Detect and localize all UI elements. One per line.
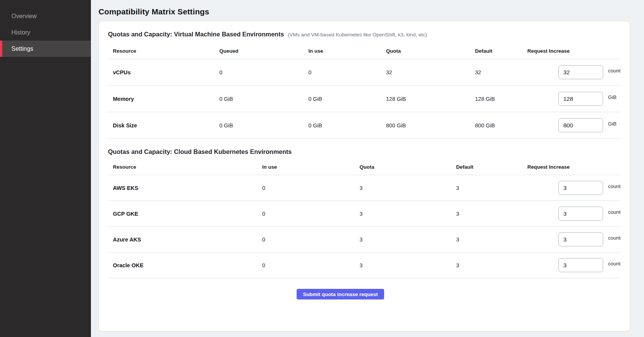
default-value: 32 xyxy=(470,69,558,75)
column-header-quota: Quota xyxy=(355,164,451,170)
sidebar-item-overview[interactable]: Overview xyxy=(0,8,91,24)
resource-name: GCP GKE xyxy=(108,211,257,217)
column-header-queued: Queued xyxy=(214,48,303,54)
unit-label: count xyxy=(608,235,621,241)
request-increase-input-oracle-oke[interactable] xyxy=(558,258,603,272)
vm-section-subtitle: (VMs and VM-based Kubernetes like OpenSh… xyxy=(288,32,427,38)
default-value: 128 GiB xyxy=(470,96,558,102)
request-increase-input-azure-aks[interactable] xyxy=(558,232,603,246)
table-row-vcpus: vCPUs 0 0 32 32 count xyxy=(108,59,621,86)
default-value: 3 xyxy=(451,185,558,191)
column-header-request-increase: Request Increase xyxy=(522,164,585,170)
default-value: 3 xyxy=(451,237,558,243)
column-header-quota: Quota xyxy=(381,48,470,54)
quota-value: 3 xyxy=(355,237,451,243)
queued-value: 0 GiB xyxy=(214,96,303,102)
in-use-value: 0 xyxy=(257,211,355,217)
queued-value: 0 GiB xyxy=(214,122,303,129)
table-row-aws-eks: AWS EKS 0 3 3 count xyxy=(108,175,621,201)
vm-section-header: Quotas and Capacity: Virtual Machine Bas… xyxy=(108,31,621,38)
resource-name: Disk Size xyxy=(108,122,214,129)
request-increase-input-memory[interactable] xyxy=(558,92,603,106)
resource-name: vCPUs xyxy=(108,69,214,75)
column-header-resource: Resource xyxy=(108,48,214,54)
cloud-table-header: Resource In use Quota Default Request In… xyxy=(108,159,621,175)
vm-table-header: Resource Queued In use Quota Default Req… xyxy=(108,43,621,59)
cloud-section-header: Quotas and Capacity: Cloud Based Kuberne… xyxy=(108,148,621,155)
quota-value: 3 xyxy=(355,185,451,191)
unit-label: count xyxy=(608,209,621,215)
unit-label: count xyxy=(608,183,621,189)
unit-label: count xyxy=(608,261,621,266)
in-use-value: 0 xyxy=(257,262,355,268)
default-value: 800 GiB xyxy=(470,122,558,129)
settings-card: Quotas and Capacity: Virtual Machine Bas… xyxy=(98,21,630,331)
table-row-oracle-oke: Oracle OKE 0 3 3 count xyxy=(108,252,621,278)
button-row: Submit quota increase request xyxy=(108,289,621,299)
sidebar-item-label: History xyxy=(11,29,30,36)
in-use-value: 0 xyxy=(257,237,355,243)
sidebar: Overview History Settings xyxy=(0,0,91,337)
in-use-value: 0 GiB xyxy=(303,122,381,129)
in-use-value: 0 xyxy=(257,185,355,191)
column-header-in-use: In use xyxy=(303,48,381,54)
request-increase-input-aws-eks[interactable] xyxy=(558,181,603,195)
unit-label: count xyxy=(608,68,621,74)
table-row-azure-aks: Azure AKS 0 3 3 count xyxy=(108,227,621,252)
column-header-in-use: In use xyxy=(257,164,355,170)
table-row-gcp-gke: GCP GKE 0 3 3 count xyxy=(108,201,621,227)
quota-value: 800 GiB xyxy=(381,122,470,129)
sidebar-item-settings[interactable]: Settings xyxy=(0,41,91,57)
column-header-resource: Resource xyxy=(108,164,257,170)
resource-name: Azure AKS xyxy=(108,237,257,243)
quota-value: 128 GiB xyxy=(381,96,470,102)
sidebar-item-history[interactable]: History xyxy=(0,24,91,41)
request-increase-input-disk-size[interactable] xyxy=(558,118,603,132)
unit-label: GiB xyxy=(608,94,617,100)
page-title: Compatibility Matrix Settings xyxy=(98,7,630,16)
quota-value: 32 xyxy=(381,69,470,75)
quota-value: 3 xyxy=(355,262,451,268)
in-use-value: 0 xyxy=(303,69,381,75)
resource-name: AWS EKS xyxy=(108,185,257,191)
main-content: Compatibility Matrix Settings Quotas and… xyxy=(91,0,644,337)
default-value: 3 xyxy=(451,262,558,268)
sidebar-item-label: Overview xyxy=(11,13,37,20)
submit-quota-increase-button[interactable]: Submit quota increase request xyxy=(297,289,384,299)
vm-section-title: Quotas and Capacity: Virtual Machine Bas… xyxy=(108,31,284,38)
sidebar-item-label: Settings xyxy=(11,45,33,52)
cloud-section-title: Quotas and Capacity: Cloud Based Kuberne… xyxy=(108,148,292,155)
default-value: 3 xyxy=(451,211,558,217)
request-increase-input-vcpus[interactable] xyxy=(558,65,603,79)
unit-label: GiB xyxy=(608,121,617,127)
queued-value: 0 xyxy=(214,69,303,75)
quota-value: 3 xyxy=(355,211,451,217)
resource-name: Oracle OKE xyxy=(108,262,257,268)
request-increase-input-gcp-gke[interactable] xyxy=(558,207,603,221)
in-use-value: 0 GiB xyxy=(303,96,381,102)
table-row-disk-size: Disk Size 0 GiB 0 GiB 800 GiB 800 GiB Gi… xyxy=(108,112,621,139)
table-row-memory: Memory 0 GiB 0 GiB 128 GiB 128 GiB GiB xyxy=(108,86,621,112)
column-header-request-increase: Request Increase xyxy=(522,48,585,54)
resource-name: Memory xyxy=(108,96,214,102)
